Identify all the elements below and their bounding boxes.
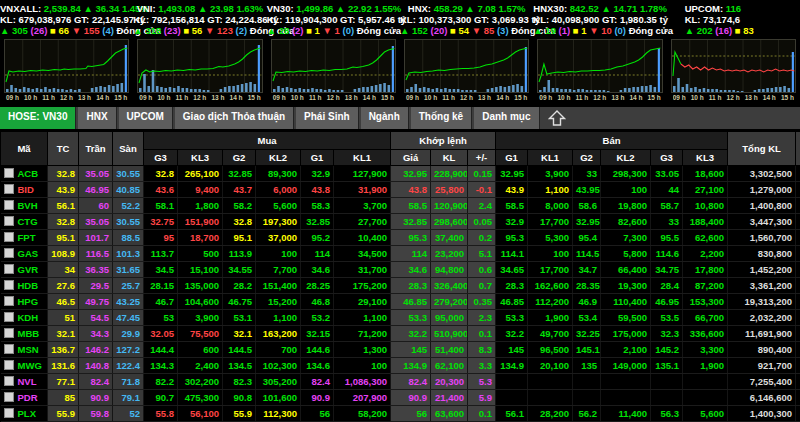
cell-tc[interactable]: 27.6 [48,278,79,294]
cell-mua-g1[interactable]: 114 [301,246,334,262]
ticker-checkbox[interactable] [4,264,14,274]
cell-change[interactable]: 0.1 [468,406,496,422]
cell-ban-g2[interactable]: 95.4 [573,230,601,246]
cell-change[interactable]: 0.05 [468,214,496,230]
cell-ban-g3[interactable]: 135.1 [651,358,683,374]
cell-mua-kl3[interactable]: 18,700 [178,230,223,246]
index-panel-vn30[interactable]: VN30: 1,499.86 ▲ 22.92 1.55%KL: 119,904,… [267,0,400,106]
cell-ban-kl2[interactable] [601,374,651,390]
cell-mua-kl2[interactable]: 197,300 [256,214,301,230]
cell-mua-kl3[interactable]: 75,500 [178,326,223,342]
cell-ban-g3[interactable]: 33 [651,214,683,230]
ticker-checkbox[interactable] [4,392,14,402]
cell-ban-kl1[interactable] [528,374,573,390]
cell-mua-g2[interactable]: 82.3 [223,374,256,390]
tab-ph-i-sinh[interactable]: Phái Sinh [296,107,359,129]
cell-mua-kl1[interactable]: 127,900 [334,166,391,182]
cell-tong-kl[interactable]: 3,447,300 [728,214,796,230]
cell-tong-kl[interactable]: 830,800 [728,246,796,262]
cell-change[interactable]: 2.4 [468,198,496,214]
cell-mua-kl3[interactable]: 3,900 [178,310,223,326]
cell-mua-kl2[interactable]: 100 [256,246,301,262]
ticker-checkbox[interactable] [4,360,14,370]
cell-tc[interactable]: 95.1 [48,230,79,246]
cell-change[interactable]: 0.15 [468,166,496,182]
cell-tc[interactable]: 51 [48,310,79,326]
cell-mua-kl3[interactable]: 265,100 [178,166,223,182]
cell-ban-g1[interactable] [496,374,528,390]
cell-ban-kl3[interactable]: 87,200 [683,278,728,294]
cell-mua-kl1[interactable]: 207,900 [334,390,391,406]
cell-ban-g2[interactable]: 32.95 [573,214,601,230]
cell-san[interactable]: 127.2 [113,342,144,358]
cell-ban-kl2[interactable]: 19,800 [601,198,651,214]
cell-tong-kl[interactable]: 890,400 [728,342,796,358]
cell-mua-g2[interactable]: 32.8 [223,214,256,230]
cell-ban-kl2[interactable]: 82,600 [601,214,651,230]
cell-kl[interactable]: 326,400 [431,278,468,294]
ticker-checkbox[interactable] [4,344,14,354]
cell-gia[interactable]: 114 [391,246,431,262]
cell-tong-kl[interactable]: 1,400,300 [728,406,796,422]
cell-mua-g3[interactable]: 113.7 [144,246,178,262]
cell-ban-g3[interactable]: 28.4 [651,278,683,294]
cell-ban-kl1[interactable]: 100 [528,246,573,262]
cell-mua-kl2[interactable]: 305,200 [256,374,301,390]
cell-san[interactable]: 52 [113,406,144,422]
cell-ban-kl1[interactable]: 5,300 [528,230,573,246]
cell-mua-kl3[interactable]: 600 [178,342,223,358]
cell-kl[interactable]: 25,800 [431,182,468,198]
cell-ban-g1[interactable]: 46.85 [496,294,528,310]
cell-tc[interactable]: 56.1 [48,198,79,214]
cell-ban-g1[interactable]: 114.1 [496,246,528,262]
cell-ban-kl3[interactable]: 336,600 [683,326,728,342]
cell-ban-kl3[interactable]: 153,300 [683,294,728,310]
cell-ban-g1[interactable]: 32.95 [496,166,528,182]
cell-mua-kl2[interactable]: 101,600 [256,390,301,406]
cell-mua-kl1[interactable]: 3,700 [334,198,391,214]
cell-mua-g3[interactable]: 95 [144,230,178,246]
cell-ban-g1[interactable]: 58.5 [496,198,528,214]
tab-upcom[interactable]: UPCOM [119,107,173,129]
cell-mua-kl1[interactable]: 31,700 [334,262,391,278]
scroll-up-arrow-icon[interactable] [542,107,572,129]
cell-tong-kl[interactable]: 6,146,600 [728,390,796,406]
ticker-checkbox[interactable] [4,232,14,242]
cell-ban-g2[interactable] [573,390,601,406]
cell-kl[interactable]: 51,400 [431,342,468,358]
ticker-checkbox[interactable] [4,216,14,226]
cell-ban-g2[interactable]: 46.9 [573,294,601,310]
ticker-cell[interactable]: KDH [1,310,48,326]
ticker-cell[interactable]: BID [1,182,48,198]
cell-tran[interactable]: 54.5 [79,310,113,326]
cell-gia[interactable]: 32.85 [391,214,431,230]
cell-ban-kl2[interactable]: 175,000 [601,326,651,342]
tab-th-ng-k-[interactable]: Thống kê [411,107,472,129]
cell-change[interactable]: 5.9 [468,390,496,406]
cell-ban-g1[interactable]: 34.65 [496,262,528,278]
cell-mua-g1[interactable]: 28.25 [301,278,334,294]
cell-ban-kl3[interactable]: 66,700 [683,310,728,326]
cell-ban-g1[interactable]: 28.3 [496,278,528,294]
cell-mua-g1[interactable]: 32.9 [301,166,334,182]
cell-ban-kl1[interactable]: 17,700 [528,262,573,278]
cell-gia[interactable]: 32.2 [391,326,431,342]
cell-change[interactable]: 5.1 [468,246,496,262]
cell-mua-kl2[interactable]: 102,300 [256,358,301,374]
cell-mua-g3[interactable]: 28.15 [144,278,178,294]
cell-ban-g1[interactable]: 145 [496,342,528,358]
cell-ban-g2[interactable]: 34.7 [573,262,601,278]
cell-mua-kl1[interactable]: 1,100 [334,310,391,326]
cell-tran[interactable]: 46.95 [79,182,113,198]
cell-gia[interactable]: 56 [391,406,431,422]
cell-mua-g2[interactable]: 43.7 [223,182,256,198]
cell-ban-kl2[interactable] [601,390,651,406]
cell-mua-kl2[interactable]: 112,300 [256,406,301,422]
ticker-cell[interactable]: HDB [1,278,48,294]
tab-giao-d-ch-th-a-thu-n[interactable]: Giao dịch Thỏa thuận [175,107,294,129]
cell-mua-g1[interactable]: 56 [301,406,334,422]
cell-ban-g3[interactable]: 145.2 [651,342,683,358]
ticker-cell[interactable]: PDR [1,390,48,406]
cell-tong-kl[interactable]: 7,255,400 [728,374,796,390]
cell-gia[interactable]: 43.8 [391,182,431,198]
